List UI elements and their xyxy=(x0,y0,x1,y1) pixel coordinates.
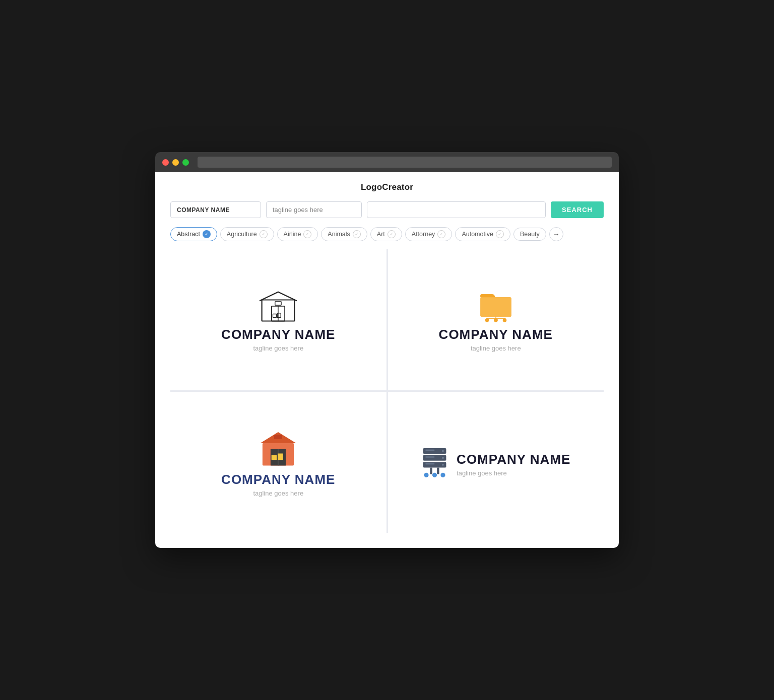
svg-point-35 xyxy=(432,472,437,477)
check-icon-attorney: ✓ xyxy=(437,230,445,238)
logo-content-3: COMPANY NAME tagline goes here xyxy=(221,428,335,497)
logo-card-1[interactable]: COMPANY NAME tagline goes here xyxy=(170,249,386,390)
svg-point-36 xyxy=(441,472,445,477)
filter-chip-beauty[interactable]: Beauty xyxy=(513,228,546,241)
svg-point-34 xyxy=(424,472,429,477)
logo2-tagline: tagline goes here xyxy=(471,344,521,352)
company-name-input[interactable] xyxy=(170,201,261,218)
logo3-company-name: COMPANY NAME xyxy=(221,472,335,487)
check-icon-automotive: ✓ xyxy=(496,230,504,238)
svg-rect-4 xyxy=(278,313,281,318)
address-bar xyxy=(198,157,612,168)
tagline-input[interactable] xyxy=(266,201,362,218)
filter-chip-attorney[interactable]: Attorney ✓ xyxy=(405,227,453,241)
browser-titlebar xyxy=(155,152,619,172)
svg-rect-21 xyxy=(278,454,283,460)
logo-content-4: COMPANY NAME tagline goes here xyxy=(421,446,570,479)
filter-chip-abstract[interactable]: Abstract ✓ xyxy=(170,227,217,241)
svg-point-30 xyxy=(442,464,444,466)
filter-chip-agriculture[interactable]: Agriculture ✓ xyxy=(220,227,274,241)
svg-rect-3 xyxy=(273,314,277,318)
filter-label-art: Art xyxy=(377,231,385,238)
warehouse-outline-icon xyxy=(258,288,298,323)
svg-point-27 xyxy=(442,457,444,459)
warehouse-color-icon xyxy=(258,428,298,468)
logo4-text-group: COMPANY NAME tagline goes here xyxy=(457,448,570,477)
logo1-tagline: tagline goes here xyxy=(253,344,303,352)
filter-label-abstract: Abstract xyxy=(177,231,200,238)
svg-point-24 xyxy=(442,450,444,452)
filter-label-airline: Airline xyxy=(284,231,301,238)
svg-point-8 xyxy=(494,318,497,322)
check-icon-agriculture: ✓ xyxy=(260,230,268,238)
filter-label-animals: Animals xyxy=(328,231,350,238)
logo-content-1: COMPANY NAME tagline goes here xyxy=(221,288,335,352)
filter-chip-automotive[interactable]: Automotive ✓ xyxy=(455,227,510,241)
svg-rect-28 xyxy=(425,456,434,457)
filter-label-agriculture: Agriculture xyxy=(227,231,257,238)
logo-card-3[interactable]: COMPANY NAME tagline goes here xyxy=(170,392,386,533)
logo-content-2: COMPANY NAME tagline goes here xyxy=(439,288,553,352)
filter-chip-art[interactable]: Art ✓ xyxy=(370,227,402,241)
check-icon-animals: ✓ xyxy=(353,230,361,238)
logo4-company-name: COMPANY NAME xyxy=(457,452,570,467)
filter-label-automotive: Automotive xyxy=(462,231,493,238)
check-icon-art: ✓ xyxy=(388,230,396,238)
filter-chip-airline[interactable]: Airline ✓ xyxy=(277,227,318,241)
svg-rect-32 xyxy=(430,467,432,474)
server-icon xyxy=(421,446,448,479)
filter-label-beauty: Beauty xyxy=(520,231,540,238)
filter-bar: Abstract ✓ Agriculture ✓ Airline ✓ Anima… xyxy=(170,227,604,241)
svg-rect-5 xyxy=(275,302,281,305)
filter-next-button[interactable]: → xyxy=(549,227,563,241)
search-button[interactable]: SEARCH xyxy=(551,201,604,218)
search-bar: SEARCH xyxy=(170,201,604,218)
svg-rect-33 xyxy=(437,467,439,474)
svg-rect-22 xyxy=(274,435,282,439)
browser-window: LogoCreator SEARCH Abstract ✓ Agricultur… xyxy=(155,152,619,548)
logo-card-4[interactable]: COMPANY NAME tagline goes here xyxy=(388,392,604,533)
logo-grid: COMPANY NAME tagline goes here xyxy=(170,249,604,533)
logo2-company-name: COMPANY NAME xyxy=(439,327,553,342)
app-title: LogoCreator xyxy=(170,182,604,192)
filter-chip-animals[interactable]: Animals ✓ xyxy=(321,227,367,241)
check-icon-airline: ✓ xyxy=(303,230,311,238)
extra-input[interactable] xyxy=(367,201,546,218)
folder-network-icon xyxy=(476,288,516,323)
filter-label-attorney: Attorney xyxy=(412,231,435,238)
minimize-button[interactable] xyxy=(172,159,179,166)
logo4-tagline: tagline goes here xyxy=(457,469,570,477)
browser-content: LogoCreator SEARCH Abstract ✓ Agricultur… xyxy=(155,172,619,548)
maximize-button[interactable] xyxy=(182,159,189,166)
svg-rect-7 xyxy=(480,297,511,317)
svg-rect-25 xyxy=(425,449,434,450)
logo1-company-name: COMPANY NAME xyxy=(221,327,335,342)
close-button[interactable] xyxy=(162,159,169,166)
svg-rect-31 xyxy=(425,463,434,464)
logo3-tagline: tagline goes here xyxy=(253,489,303,497)
check-icon-abstract: ✓ xyxy=(203,230,211,238)
svg-rect-20 xyxy=(272,455,277,460)
logo-card-2[interactable]: COMPANY NAME tagline goes here xyxy=(388,249,604,390)
